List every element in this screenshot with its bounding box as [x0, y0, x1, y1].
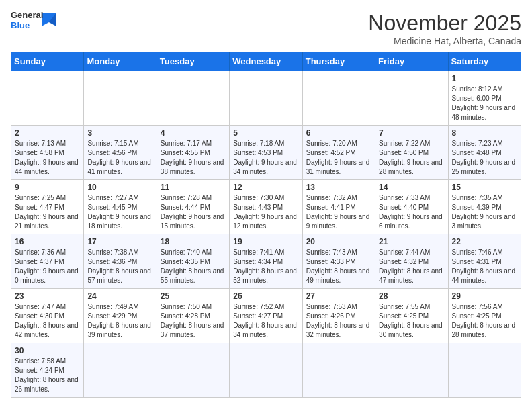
day-info: Sunrise: 7:18 AM Sunset: 4:53 PM Dayligh…: [233, 139, 298, 177]
day-number: 12: [233, 183, 298, 192]
day-info: Sunrise: 7:43 AM Sunset: 4:33 PM Dayligh…: [306, 248, 371, 285]
calendar-cell: 4Sunrise: 7:17 AM Sunset: 4:55 PM Daylig…: [157, 126, 229, 180]
calendar-week-3: 9Sunrise: 7:25 AM Sunset: 4:47 PM Daylig…: [11, 180, 521, 234]
day-info: Sunrise: 7:52 AM Sunset: 4:27 PM Dayligh…: [233, 302, 298, 340]
day-number: 29: [452, 291, 517, 301]
calendar-cell: 24Sunrise: 7:49 AM Sunset: 4:29 PM Dayli…: [84, 289, 157, 343]
title-block: November 2025 Medicine Hat, Alberta, Can…: [368, 11, 521, 46]
calendar-cell: 16Sunrise: 7:36 AM Sunset: 4:37 PM Dayli…: [11, 234, 84, 289]
calendar-cell: [84, 343, 157, 398]
day-number: 10: [87, 183, 152, 192]
month-title: November 2025: [368, 11, 521, 36]
day-info: Sunrise: 7:40 AM Sunset: 4:35 PM Dayligh…: [161, 248, 226, 285]
calendar-cell: [157, 71, 229, 126]
day-info: Sunrise: 7:32 AM Sunset: 4:41 PM Dayligh…: [306, 193, 371, 231]
day-info: Sunrise: 7:49 AM Sunset: 4:29 PM Dayligh…: [87, 302, 152, 340]
day-number: 26: [233, 291, 298, 301]
calendar-cell: 27Sunrise: 7:53 AM Sunset: 4:26 PM Dayli…: [302, 289, 375, 343]
day-info: Sunrise: 7:13 AM Sunset: 4:58 PM Dayligh…: [15, 139, 80, 177]
calendar-week-5: 23Sunrise: 7:47 AM Sunset: 4:30 PM Dayli…: [11, 289, 521, 343]
logo-graphic: General Blue: [11, 11, 40, 36]
day-info: Sunrise: 7:22 AM Sunset: 4:50 PM Dayligh…: [379, 139, 444, 177]
day-info: Sunrise: 7:28 AM Sunset: 4:44 PM Dayligh…: [161, 193, 226, 231]
weekday-header-friday: Friday: [375, 52, 448, 71]
day-info: Sunrise: 7:46 AM Sunset: 4:31 PM Dayligh…: [452, 248, 517, 285]
calendar-table: SundayMondayTuesdayWednesdayThursdayFrid…: [11, 52, 521, 398]
calendar-cell: 1Sunrise: 8:12 AM Sunset: 6:00 PM Daylig…: [448, 71, 521, 126]
day-info: Sunrise: 7:27 AM Sunset: 4:45 PM Dayligh…: [87, 193, 152, 231]
calendar-cell: 9Sunrise: 7:25 AM Sunset: 4:47 PM Daylig…: [11, 180, 84, 234]
calendar-cell: 28Sunrise: 7:55 AM Sunset: 4:25 PM Dayli…: [375, 289, 448, 343]
day-number: 11: [161, 183, 226, 192]
calendar-cell: 21Sunrise: 7:44 AM Sunset: 4:32 PM Dayli…: [375, 234, 448, 289]
day-number: 15: [452, 183, 517, 192]
calendar-cell: [230, 71, 302, 126]
calendar-cell: 30Sunrise: 7:58 AM Sunset: 4:24 PM Dayli…: [11, 343, 84, 398]
day-info: Sunrise: 7:15 AM Sunset: 4:56 PM Dayligh…: [87, 139, 152, 177]
logo: General Blue: [11, 11, 56, 36]
weekday-header-sunday: Sunday: [11, 52, 84, 71]
calendar-cell: [230, 343, 302, 398]
day-number: 27: [306, 291, 371, 301]
day-info: Sunrise: 7:55 AM Sunset: 4:25 PM Dayligh…: [379, 302, 444, 340]
calendar-cell: 5Sunrise: 7:18 AM Sunset: 4:53 PM Daylig…: [230, 126, 302, 180]
calendar-cell: 2Sunrise: 7:13 AM Sunset: 4:58 PM Daylig…: [11, 126, 84, 180]
day-number: 5: [233, 128, 298, 138]
calendar-cell: 8Sunrise: 7:23 AM Sunset: 4:48 PM Daylig…: [448, 126, 521, 180]
calendar-cell: 14Sunrise: 7:33 AM Sunset: 4:40 PM Dayli…: [375, 180, 448, 234]
day-number: 17: [87, 237, 152, 246]
calendar-week-1: 1Sunrise: 8:12 AM Sunset: 6:00 PM Daylig…: [11, 71, 521, 126]
day-info: Sunrise: 7:33 AM Sunset: 4:40 PM Dayligh…: [379, 193, 444, 231]
calendar-cell: 6Sunrise: 7:20 AM Sunset: 4:52 PM Daylig…: [302, 126, 375, 180]
logo-blue-text: Blue: [11, 21, 40, 30]
calendar-cell: [375, 71, 448, 126]
calendar-cell: 10Sunrise: 7:27 AM Sunset: 4:45 PM Dayli…: [84, 180, 157, 234]
calendar-cell: 20Sunrise: 7:43 AM Sunset: 4:33 PM Dayli…: [302, 234, 375, 289]
calendar-cell: 22Sunrise: 7:46 AM Sunset: 4:31 PM Dayli…: [448, 234, 521, 289]
page-header: General Blue November 2025 Medicine Hat,…: [11, 11, 521, 46]
day-info: Sunrise: 7:30 AM Sunset: 4:43 PM Dayligh…: [233, 193, 298, 231]
day-info: Sunrise: 7:41 AM Sunset: 4:34 PM Dayligh…: [233, 248, 298, 285]
logo-container: General Blue: [11, 11, 56, 36]
day-number: 24: [87, 291, 152, 301]
day-number: 20: [306, 237, 371, 246]
day-info: Sunrise: 7:56 AM Sunset: 4:25 PM Dayligh…: [452, 302, 517, 340]
day-number: 8: [452, 128, 517, 138]
calendar-cell: 19Sunrise: 7:41 AM Sunset: 4:34 PM Dayli…: [230, 234, 302, 289]
day-number: 22: [452, 237, 517, 246]
day-number: 2: [15, 128, 80, 138]
day-number: 23: [15, 291, 80, 301]
calendar-cell: 15Sunrise: 7:35 AM Sunset: 4:39 PM Dayli…: [448, 180, 521, 234]
calendar-cell: 29Sunrise: 7:56 AM Sunset: 4:25 PM Dayli…: [448, 289, 521, 343]
logo-general-text: General: [11, 11, 40, 19]
day-info: Sunrise: 7:20 AM Sunset: 4:52 PM Dayligh…: [306, 139, 371, 177]
day-number: 14: [379, 183, 444, 192]
calendar-cell: [84, 71, 157, 126]
day-info: Sunrise: 7:50 AM Sunset: 4:28 PM Dayligh…: [161, 302, 226, 340]
day-info: Sunrise: 7:58 AM Sunset: 4:24 PM Dayligh…: [15, 357, 80, 394]
calendar-cell: 18Sunrise: 7:40 AM Sunset: 4:35 PM Dayli…: [157, 234, 229, 289]
location-title: Medicine Hat, Alberta, Canada: [368, 36, 521, 46]
day-info: Sunrise: 7:53 AM Sunset: 4:26 PM Dayligh…: [306, 302, 371, 340]
weekday-header-wednesday: Wednesday: [230, 52, 302, 71]
calendar-cell: 26Sunrise: 7:52 AM Sunset: 4:27 PM Dayli…: [230, 289, 302, 343]
calendar-week-2: 2Sunrise: 7:13 AM Sunset: 4:58 PM Daylig…: [11, 126, 521, 180]
calendar-cell: [375, 343, 448, 398]
logo-flag-icon: [42, 13, 56, 34]
day-info: Sunrise: 7:23 AM Sunset: 4:48 PM Dayligh…: [452, 139, 517, 177]
day-number: 18: [161, 237, 226, 246]
calendar-cell: 13Sunrise: 7:32 AM Sunset: 4:41 PM Dayli…: [302, 180, 375, 234]
calendar-cell: [302, 343, 375, 398]
calendar-cell: 12Sunrise: 7:30 AM Sunset: 4:43 PM Dayli…: [230, 180, 302, 234]
day-info: Sunrise: 7:17 AM Sunset: 4:55 PM Dayligh…: [161, 139, 226, 177]
day-number: 4: [161, 128, 226, 138]
calendar-cell: [448, 343, 521, 398]
day-info: Sunrise: 7:35 AM Sunset: 4:39 PM Dayligh…: [452, 193, 517, 231]
calendar-week-6: 30Sunrise: 7:58 AM Sunset: 4:24 PM Dayli…: [11, 343, 521, 398]
day-number: 16: [15, 237, 80, 246]
day-number: 3: [87, 128, 152, 138]
day-number: 7: [379, 128, 444, 138]
calendar-cell: [11, 71, 84, 126]
weekday-header-saturday: Saturday: [448, 52, 521, 71]
calendar-cell: 3Sunrise: 7:15 AM Sunset: 4:56 PM Daylig…: [84, 126, 157, 180]
